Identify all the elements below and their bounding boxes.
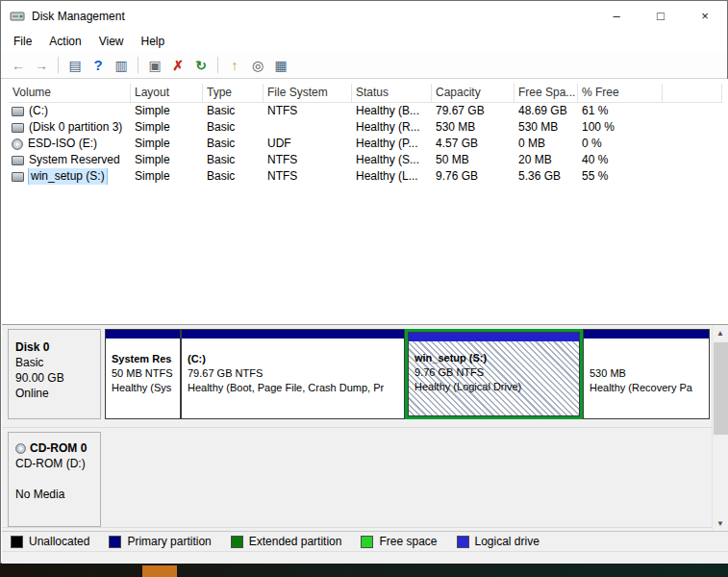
menu-file[interactable]: File bbox=[5, 32, 40, 51]
legend-item-free-space: Free space bbox=[361, 535, 437, 548]
toolbar-separator bbox=[217, 57, 218, 73]
volume-name: System Reserved bbox=[29, 152, 120, 168]
minimize-button[interactable]: – bbox=[594, 1, 639, 31]
cell-capacity: 4.57 GB bbox=[432, 136, 515, 152]
partition-name: (C:) bbox=[188, 352, 401, 366]
cell-free-space: 5.36 GB bbox=[515, 168, 578, 185]
app-icon bbox=[10, 9, 25, 24]
partition-win-setup-selected[interactable]: win_setup (S:) 9.76 GB NTFS Healthy (Log… bbox=[405, 329, 583, 419]
partition-name bbox=[590, 352, 706, 366]
column-header-empty bbox=[663, 84, 722, 102]
scroll-down-icon[interactable]: ▼ bbox=[713, 515, 728, 532]
drive-icon bbox=[12, 172, 24, 182]
cell-file-system bbox=[264, 119, 352, 136]
column-header-volume[interactable]: Volume bbox=[9, 84, 131, 102]
cell-file-system: NTFS bbox=[264, 152, 352, 168]
partition-c[interactable]: (C:) 79.67 GB NTFS Healthy (Boot, Page F… bbox=[181, 329, 405, 419]
row-separator bbox=[2, 427, 712, 428]
disk-management-window: Disk Management – □ × File Action View H… bbox=[0, 0, 728, 564]
scroll-up-icon[interactable]: ▲ bbox=[713, 325, 728, 341]
graphical-view: Disk 0 Basic 90.00 GB Online System Res … bbox=[2, 324, 728, 531]
cell-file-system: UDF bbox=[264, 136, 352, 152]
legend-swatch bbox=[457, 536, 469, 548]
cell-pct-free: 61 % bbox=[578, 103, 663, 119]
folder-up-icon[interactable]: ↑ bbox=[224, 55, 245, 76]
table-row-selected[interactable]: win_setup (S:) Simple Basic NTFS Healthy… bbox=[9, 168, 722, 185]
menu-view[interactable]: View bbox=[90, 32, 133, 51]
vertical-scrollbar[interactable]: ▲ ▼ bbox=[712, 325, 728, 532]
partition-status: Healthy (Logical Drive) bbox=[414, 380, 576, 394]
cell-status: Healthy (R... bbox=[352, 119, 432, 136]
desktop-accent bbox=[142, 565, 177, 577]
close-button[interactable]: × bbox=[683, 1, 727, 31]
cdrom-media-status: No Media bbox=[15, 487, 100, 502]
refresh-icon[interactable]: ↻ bbox=[190, 55, 212, 76]
legend-label: Free space bbox=[379, 535, 437, 548]
column-header-pct-free[interactable]: % Free bbox=[578, 84, 663, 102]
cell-status: Healthy (B... bbox=[352, 103, 432, 119]
disk-0-info-cell[interactable]: Disk 0 Basic 90.00 GB Online bbox=[8, 329, 101, 419]
partition-recovery[interactable]: 530 MB Healthy (Recovery Pa bbox=[583, 329, 710, 419]
column-header-type[interactable]: Type bbox=[203, 84, 264, 102]
delete-volume-icon[interactable]: ✗ bbox=[167, 55, 188, 76]
action-pane-icon[interactable]: ▣ bbox=[144, 55, 165, 76]
drive-icon bbox=[12, 107, 24, 116]
legend-label: Unallocated bbox=[29, 535, 89, 548]
console-tree-icon[interactable]: ▤ bbox=[64, 55, 86, 76]
cell-file-system: NTFS bbox=[264, 103, 352, 119]
column-header-file-system[interactable]: File System bbox=[264, 84, 352, 102]
column-header-layout[interactable]: Layout bbox=[131, 84, 203, 102]
menubar: File Action View Help bbox=[1, 31, 727, 52]
partition-color-strip bbox=[409, 333, 579, 341]
forward-icon[interactable]: → bbox=[31, 55, 52, 76]
partition-color-strip bbox=[584, 330, 709, 339]
partition-system-reserved[interactable]: System Res 50 MB NTFS Healthy (Sys bbox=[105, 329, 181, 419]
status-bar bbox=[2, 551, 728, 564]
back-icon[interactable]: ← bbox=[8, 55, 29, 76]
legend-item-logical-drive: Logical drive bbox=[457, 535, 540, 548]
row-separator bbox=[2, 527, 712, 528]
disc-icon bbox=[12, 138, 23, 150]
legend-item-primary-partition: Primary partition bbox=[109, 535, 211, 548]
cell-pct-free: 0 % bbox=[578, 136, 663, 152]
legend-label: Logical drive bbox=[475, 535, 540, 548]
column-header-capacity[interactable]: Capacity bbox=[432, 84, 515, 102]
partition-name: System Res bbox=[112, 352, 177, 366]
table-row[interactable]: System Reserved Simple Basic NTFS Health… bbox=[9, 152, 722, 168]
table-row[interactable]: (Disk 0 partition 3) Simple Basic Health… bbox=[9, 119, 722, 136]
export-list-icon[interactable]: ▥ bbox=[111, 55, 132, 76]
scrollbar-thumb[interactable] bbox=[714, 342, 728, 435]
cell-layout: Simple bbox=[131, 168, 203, 185]
table-row[interactable]: (C:) Simple Basic NTFS Healthy (B... 79.… bbox=[9, 103, 722, 119]
cell-capacity: 530 MB bbox=[432, 119, 515, 136]
partition-status: Healthy (Sys bbox=[112, 381, 177, 395]
cdrom-name: CD-ROM 0 bbox=[30, 440, 87, 456]
volume-name: (Disk 0 partition 3) bbox=[29, 119, 122, 136]
cell-capacity: 50 MB bbox=[432, 152, 515, 168]
selection-hatch: win_setup (S:) 9.76 GB NTFS Healthy (Log… bbox=[409, 341, 579, 415]
window-title: Disk Management bbox=[32, 10, 125, 23]
toolbar-separator bbox=[58, 57, 59, 73]
volume-name: win_setup (S:) bbox=[29, 168, 107, 185]
toolbar: ← → ▤ ? ▥ ▣ ✗ ↻ ↑ ◎ ▦ bbox=[1, 52, 727, 79]
cd-icon bbox=[15, 443, 26, 454]
legend-swatch bbox=[11, 536, 23, 548]
column-header-status[interactable]: Status bbox=[352, 84, 432, 102]
help-icon[interactable]: ? bbox=[88, 55, 109, 76]
properties-grid-icon[interactable]: ▦ bbox=[270, 55, 291, 76]
partition-size: 530 MB bbox=[590, 366, 706, 381]
table-row[interactable]: ESD-ISO (E:) Simple Basic UDF Healthy (P… bbox=[9, 136, 722, 152]
partition-size: 9.76 GB NTFS bbox=[414, 365, 576, 380]
cdrom-0-info-cell[interactable]: CD-ROM 0 CD-ROM (D:) No Media bbox=[8, 432, 101, 527]
column-header-free-space[interactable]: Free Spa... bbox=[515, 84, 578, 102]
cell-layout: Simple bbox=[131, 119, 203, 136]
menu-help[interactable]: Help bbox=[133, 32, 174, 51]
legend-item-unallocated: Unallocated bbox=[11, 535, 89, 548]
menu-action[interactable]: Action bbox=[40, 32, 89, 51]
cell-pct-free: 55 % bbox=[578, 168, 663, 185]
maximize-button[interactable]: □ bbox=[639, 1, 683, 31]
partition-status: Healthy (Recovery Pa bbox=[590, 381, 706, 395]
find-icon[interactable]: ◎ bbox=[247, 55, 268, 76]
volume-name: ESD-ISO (E:) bbox=[28, 136, 97, 152]
cell-capacity: 9.76 GB bbox=[432, 168, 515, 185]
